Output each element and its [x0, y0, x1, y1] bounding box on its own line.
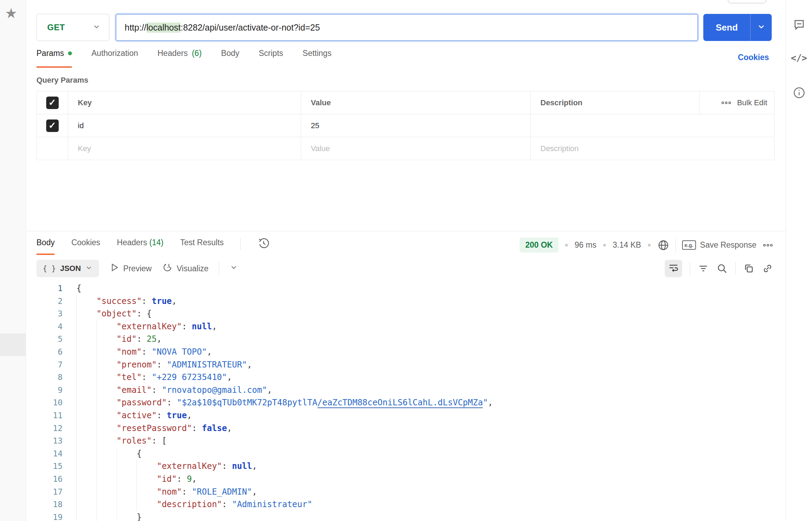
indent-guide: [97, 409, 117, 422]
tab-response-body[interactable]: Body: [36, 238, 55, 255]
code-segment: ,: [252, 487, 257, 497]
indent-guide: [76, 435, 97, 447]
method-select[interactable]: GET: [36, 14, 109, 41]
search-icon[interactable]: [716, 263, 728, 274]
indent-guide: [97, 447, 117, 460]
preview-button[interactable]: Preview: [109, 263, 152, 274]
tab-label: Headers: [117, 238, 147, 247]
visualize-button[interactable]: Visualize: [162, 262, 209, 275]
divider: [735, 262, 736, 275]
code-segment: ,: [192, 474, 197, 484]
line-number: 7: [26, 358, 63, 371]
send-button[interactable]: Send: [703, 14, 772, 41]
tab-test-results[interactable]: Test Results: [180, 238, 224, 255]
bulk-edit-button[interactable]: Bulk Edit: [700, 91, 775, 114]
comments-icon[interactable]: [793, 18, 806, 31]
code-segment: "email": [117, 385, 152, 395]
link-icon[interactable]: [762, 263, 773, 274]
indent-guide: [117, 447, 137, 460]
line-number: 16: [26, 473, 63, 486]
line-number: 2: [26, 295, 63, 308]
code-text: "active": true,: [76, 409, 192, 422]
response-code[interactable]: 1{2"success": true,3"object": {4"externa…: [26, 282, 786, 521]
format-select[interactable]: { } JSON: [36, 260, 99, 277]
tab-response-cookies[interactable]: Cookies: [71, 238, 100, 255]
code-segment: "id": [117, 334, 137, 344]
code-snippet-icon[interactable]: </>: [791, 53, 807, 63]
word-wrap-toggle[interactable]: [665, 260, 682, 277]
line-number: 10: [26, 396, 63, 409]
url-input[interactable]: http://localhost:8282/api/user/activate-…: [116, 14, 698, 41]
line-number: 15: [26, 460, 63, 473]
save-response-button[interactable]: e.g. Save Response: [682, 240, 756, 250]
param-key-field[interactable]: Key: [68, 137, 301, 160]
globe-icon[interactable]: [657, 239, 669, 251]
code-segment: :: [167, 398, 177, 407]
left-rail-scroll-thumb[interactable]: [0, 333, 26, 356]
code-line: 8"tel": "+229 67235410",: [26, 371, 786, 384]
code-line: 19}: [26, 511, 786, 521]
param-row: ✓ id 25: [37, 114, 774, 137]
dot-separator: ●: [565, 241, 569, 249]
tab-settings[interactable]: Settings: [303, 49, 331, 68]
line-number: 19: [26, 511, 63, 521]
query-params-title: Query Params: [36, 76, 88, 85]
code-line: 4"externalKey": null,: [26, 320, 786, 333]
response-history-icon[interactable]: [257, 237, 270, 251]
code-segment: "description": [157, 499, 222, 509]
code-text: "id": 9,: [76, 473, 197, 486]
line-number: 6: [26, 346, 63, 358]
indent-guide: [76, 346, 97, 358]
param-value-field[interactable]: Value: [301, 137, 531, 160]
code-text: "externalKey": null,: [76, 320, 217, 333]
send-label[interactable]: Send: [703, 14, 750, 41]
code-line: 11"active": true,: [26, 409, 786, 422]
tab-headers[interactable]: Headers (6): [158, 49, 202, 68]
code-segment: :: [157, 360, 167, 370]
param-description-field[interactable]: Description: [531, 137, 775, 160]
code-segment: "externalKey": [117, 322, 182, 331]
row-checkbox[interactable]: ✓: [46, 119, 59, 132]
select-all-checkbox[interactable]: ✓: [46, 97, 59, 109]
status-badge[interactable]: 200 OK: [520, 238, 558, 253]
app-window: ★ GET http://localhost:8282/api/user/act…: [0, 0, 812, 521]
unsaved-dot: [68, 51, 72, 55]
code-segment: :: [182, 322, 192, 331]
code-line: 3"object": {: [26, 307, 786, 320]
code-segment: "$2a$10$qTUb0tMK72pT48pytlTA: [177, 398, 317, 407]
param-key-field[interactable]: id: [68, 114, 301, 137]
param-description-field[interactable]: [531, 114, 775, 137]
top-partial-button[interactable]: [728, 0, 767, 3]
tab-authorization[interactable]: Authorization: [91, 49, 138, 68]
code-segment: ,: [227, 423, 232, 433]
send-options-button[interactable]: [750, 14, 772, 41]
code-line: 9"email": "rnovatopo@gmail.com",: [26, 384, 786, 397]
bulk-edit-label: Bulk Edit: [737, 98, 767, 107]
response-size[interactable]: 3.14 KB: [613, 240, 641, 250]
tab-label: Body: [36, 238, 55, 247]
param-value-field[interactable]: 25: [301, 114, 531, 137]
code-segment: :: [136, 334, 147, 344]
code-segment: ,: [227, 372, 232, 382]
tab-body[interactable]: Body: [221, 49, 239, 68]
more-options-icon[interactable]: [763, 243, 773, 248]
cookies-link[interactable]: Cookies: [738, 53, 769, 62]
linked-text[interactable]: /eaZcTDM88ceOniLS6lCahL.dLsVCpMZa: [317, 398, 483, 408]
code-line: 15"externalKey": null,: [26, 460, 786, 473]
copy-icon[interactable]: [743, 263, 754, 274]
example-icon: e.g.: [682, 240, 696, 250]
row-checkbox-cell: ✓: [37, 114, 68, 137]
visualize-options-button[interactable]: [230, 263, 238, 274]
code-segment: "NOVA TOPO": [152, 347, 207, 357]
code-text: }: [76, 511, 142, 521]
indent-guide: [76, 460, 97, 473]
tab-response-headers[interactable]: Headers (14): [117, 238, 164, 255]
chevron-down-icon: [230, 263, 238, 274]
indent-guide: [97, 435, 117, 447]
star-icon[interactable]: ★: [5, 6, 17, 20]
tab-params[interactable]: Params: [36, 49, 72, 68]
tab-scripts[interactable]: Scripts: [259, 49, 283, 68]
response-time[interactable]: 96 ms: [575, 240, 597, 250]
filter-icon[interactable]: [698, 263, 709, 274]
info-icon[interactable]: [793, 86, 806, 99]
